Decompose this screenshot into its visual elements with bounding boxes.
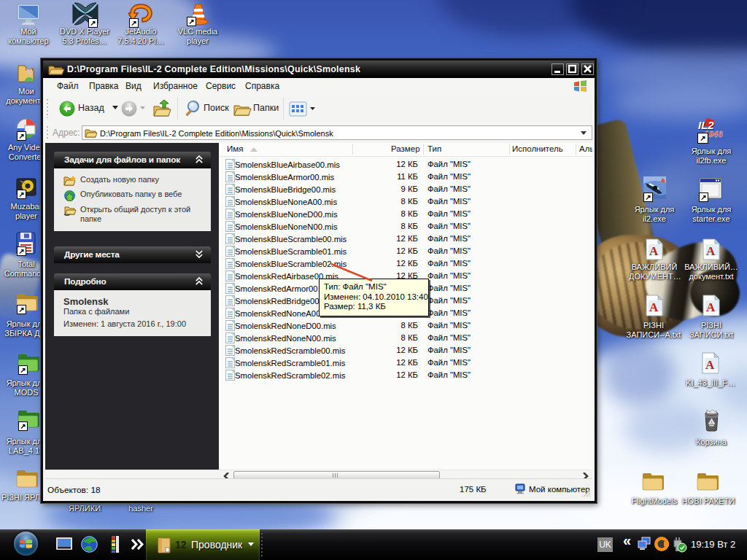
svg-text:A: A xyxy=(705,358,715,372)
svg-text:A: A xyxy=(649,300,659,314)
svg-text:A: A xyxy=(706,244,716,258)
svg-text:A: A xyxy=(706,300,716,314)
svg-text:A: A xyxy=(649,244,659,258)
